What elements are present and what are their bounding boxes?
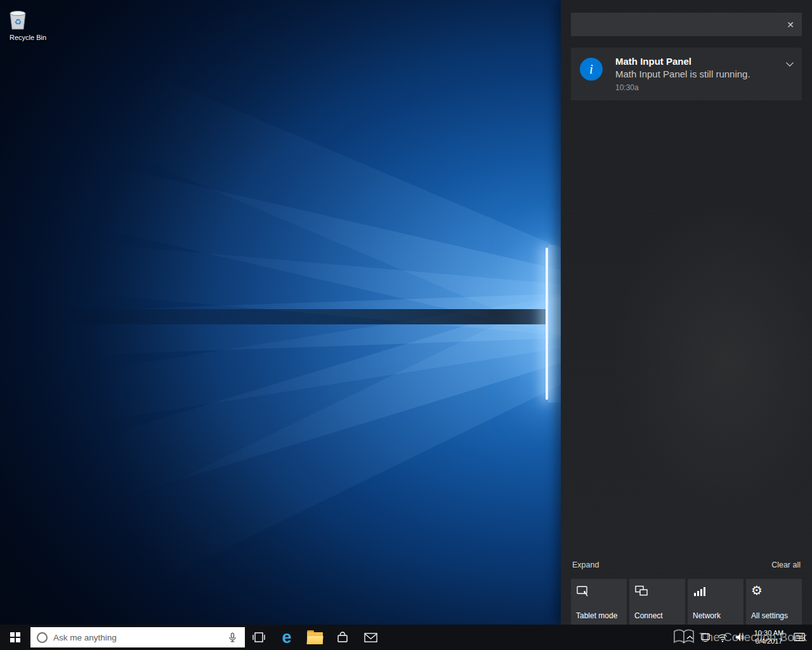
store-button[interactable]: [329, 625, 357, 650]
edge-button[interactable]: e: [273, 625, 301, 650]
cortana-icon: [37, 632, 48, 643]
connect-icon: [634, 584, 648, 598]
settings-gear-icon: ⚙: [751, 584, 765, 598]
task-view-button[interactable]: [245, 625, 273, 650]
quick-action-label: All settings: [751, 611, 788, 620]
taskbar: e: [0, 625, 812, 650]
action-center-icon: [793, 632, 806, 643]
recycle-bin-label: Recycle Bin: [4, 34, 52, 41]
quick-action-all-settings[interactable]: ⚙ All settings: [746, 579, 802, 625]
close-icon[interactable]: ✕: [787, 20, 794, 29]
recycle-symbol: ♻: [14, 17, 22, 27]
mail-envelope-icon: [363, 632, 378, 644]
clock-time: 10:30 AM: [749, 629, 789, 637]
quick-action-connect[interactable]: Connect: [629, 579, 685, 625]
notification-card[interactable]: i Math Input Panel Math Input Panel is s…: [571, 48, 802, 100]
chevron-down-icon[interactable]: [785, 62, 794, 67]
tray-volume-button[interactable]: [732, 625, 747, 650]
mail-button[interactable]: [357, 625, 384, 650]
notification-group-header[interactable]: ✕: [571, 13, 802, 36]
task-view-icon: [251, 631, 266, 644]
clock-date: 6/4/2017: [749, 637, 789, 646]
tray-network-button[interactable]: [715, 625, 730, 650]
wallpaper-window-glow: [548, 245, 561, 402]
file-explorer-button[interactable]: [301, 625, 329, 650]
math-input-panel-icon: i: [580, 58, 603, 81]
notification-text: Math Input Panel Math Input Panel is sti…: [615, 53, 750, 95]
tray-pc-button[interactable]: [698, 625, 713, 650]
action-center-footer: Expand Clear all: [572, 560, 801, 569]
notification-group: ✕ i Math Input Panel Math Input Panel is…: [571, 13, 802, 100]
tray-chevron-button[interactable]: [683, 625, 696, 650]
screen: ♻ Recycle Bin ✕ i Math Input Panel Math …: [0, 0, 812, 650]
action-center-button[interactable]: [790, 625, 808, 650]
search-box[interactable]: [30, 627, 245, 647]
microphone-icon[interactable]: [226, 632, 239, 644]
network-icon: [693, 584, 707, 598]
search-input[interactable]: [53, 633, 221, 642]
wifi-icon: [717, 632, 728, 643]
edge-icon: e: [282, 629, 291, 646]
quick-action-label: Network: [693, 611, 721, 620]
folder-icon: [307, 632, 323, 644]
trash-can-icon: ♻: [4, 5, 32, 33]
store-bag-icon: [336, 630, 350, 644]
app-icon-letter: i: [589, 62, 593, 77]
expand-link[interactable]: Expand: [572, 560, 599, 569]
notification-message: Math Input Panel is still running.: [615, 69, 750, 79]
wallpaper-vignette: [0, 0, 561, 625]
chevron-up-icon: [686, 635, 694, 640]
desktop-wallpaper[interactable]: ♻ Recycle Bin: [0, 0, 561, 625]
action-center-panel: ✕ i Math Input Panel Math Input Panel is…: [561, 0, 812, 625]
start-button[interactable]: [0, 625, 30, 650]
windows-logo-icon: [10, 632, 20, 642]
quick-actions-row: Tablet mode Connect: [571, 579, 802, 625]
system-tray: 10:30 AM 6/4/2017: [683, 625, 812, 650]
tablet-mode-icon: [576, 584, 590, 598]
wallpaper-glow-line: [546, 248, 548, 400]
quick-action-network[interactable]: Network: [688, 579, 743, 625]
quick-action-label: Tablet mode: [576, 611, 617, 620]
notification-title: Math Input Panel: [615, 56, 750, 67]
clear-all-link[interactable]: Clear all: [771, 560, 801, 569]
speaker-icon: [734, 632, 745, 643]
monitor-icon: [700, 632, 711, 643]
quick-action-label: Connect: [634, 611, 663, 620]
notification-time: 10:30a: [615, 83, 750, 92]
taskbar-clock[interactable]: 10:30 AM 6/4/2017: [749, 629, 789, 646]
recycle-bin-icon[interactable]: ♻ Recycle Bin: [4, 5, 52, 41]
quick-action-tablet-mode[interactable]: Tablet mode: [571, 579, 627, 625]
